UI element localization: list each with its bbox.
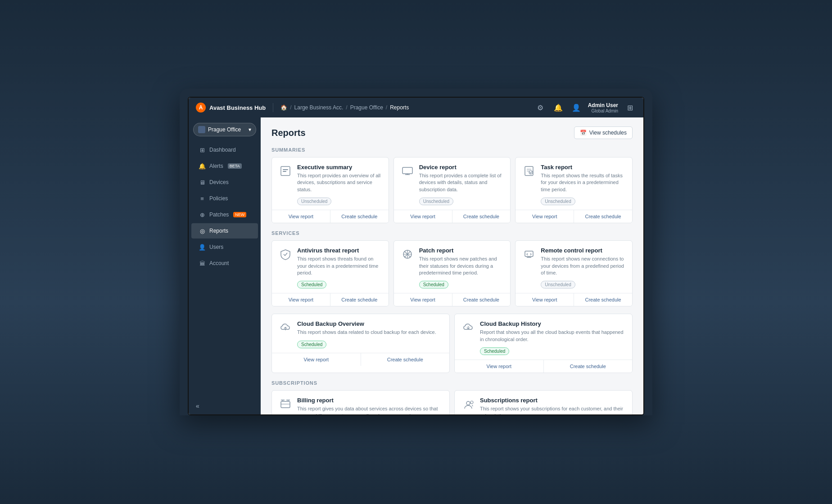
create-schedule-button[interactable]: Create schedule [330,210,389,223]
card-title: Task report [541,164,626,171]
view-schedules-button[interactable]: 📅 View schedules [574,126,633,139]
sidebar-item-label: Policies [209,195,228,202]
create-schedule-button[interactable]: Create schedule [543,360,633,373]
services-grid-row1: Antivirus threat report This report show… [271,240,633,306]
card-title: Billing report [297,397,443,404]
card-desc: Report that shows you all the cloud back… [480,329,626,343]
services-grid-row2: Cloud Backup Overview This report shows … [271,314,633,373]
patch-report-card: Patch report This report shows new patch… [393,240,511,306]
card-desc: This report shows new patches and their … [419,256,504,276]
remote-control-card: Remote control report This report shows … [515,240,633,306]
sidebar-item-label: Dashboard [209,147,236,153]
settings-icon[interactable]: ⚙ [534,101,547,114]
create-schedule-button[interactable]: Create schedule [361,353,450,366]
policies-icon: ≡ [199,195,206,202]
view-report-button[interactable]: View report [515,210,574,223]
executive-summary-icon [278,164,293,178]
antivirus-threat-card: Antivirus threat report This report show… [271,240,389,306]
breadcrumb-current: Reports [390,104,409,111]
user-avatar-icon[interactable]: 👤 [570,101,583,114]
chevron-down-icon: ▾ [249,126,251,133]
create-schedule-button[interactable]: Create schedule [574,210,632,223]
status-badge: Scheduled [419,281,448,288]
svg-rect-20 [281,401,290,408]
card-content: Cloud Backup Overview This report shows … [297,320,443,348]
sidebar-item-devices[interactable]: 🖥 Devices [191,175,258,190]
remote-control-icon [522,247,536,261]
card-content: Remote control report This report shows … [541,247,626,288]
reports-icon: ◎ [199,227,206,234]
topbar-right: ⚙ 🔔 👤 Admin User Global Admin ⊞ [534,101,636,114]
sidebar-item-reports[interactable]: ◎ Reports [191,223,258,238]
sidebar: Prague Office ▾ ⊞ Dashboard 🔔 Alerts BET… [189,117,261,414]
svg-rect-2 [283,171,286,172]
breadcrumb-item-2[interactable]: Prague Office [350,104,383,111]
card-desc: This report gives you data about service… [297,405,443,414]
view-report-button[interactable]: View report [394,210,452,223]
main-layout: Prague Office ▾ ⊞ Dashboard 🔔 Alerts BET… [189,117,643,414]
card-footer: View report Create schedule [272,353,449,366]
sidebar-item-label: Devices [209,179,229,185]
task-report-card: Task report This report shows the result… [515,157,633,223]
view-report-button[interactable]: View report [455,360,543,373]
card-content: Antivirus threat report This report show… [297,247,382,288]
sidebar-item-policies[interactable]: ≡ Policies [191,191,258,206]
page-title: Reports [271,128,306,138]
sidebar-item-alerts[interactable]: 🔔 Alerts BETA [191,158,258,174]
view-report-button[interactable]: View report [515,293,574,306]
status-badge: Unscheduled [541,281,575,288]
card-title: Subscriptions report [480,397,626,404]
view-report-button[interactable]: View report [272,293,330,306]
app-grid-icon[interactable]: ⊞ [624,101,636,114]
view-report-button[interactable]: View report [394,293,452,306]
sidebar-item-label: Reports [209,228,228,234]
create-schedule-button[interactable]: Create schedule [452,293,511,306]
create-schedule-button[interactable]: Create schedule [330,293,389,306]
create-schedule-button[interactable]: Create schedule [452,210,511,223]
topbar-left: A Avast Business Hub 🏠 / Large Business … [196,103,409,112]
home-icon: 🏠 [280,104,287,111]
subscriptions-section-label: SUBSCRIPTIONS [271,380,633,386]
card-desc: This report provides an overview of all … [297,172,382,193]
cloud-backup-overview-icon [278,320,293,335]
cloud-backup-history-card: Cloud Backup History Report that shows y… [454,314,633,373]
account-icon: 🏛 [199,260,206,267]
antivirus-icon [278,247,293,261]
card-desc: This report shows new connections to you… [541,256,626,276]
cloud-backup-history-icon [461,320,475,335]
collapse-sidebar-button[interactable]: « [193,400,202,412]
page-header: Reports 📅 View schedules [271,126,633,139]
user-name: Admin User [588,102,618,108]
view-report-button[interactable]: View report [272,210,330,223]
card-title: Cloud Backup Overview [297,320,443,327]
status-badge: Scheduled [297,281,326,288]
status-badge: Scheduled [297,341,326,348]
card-title: Executive summary [297,164,382,171]
status-badge: Unscheduled [541,198,575,205]
beta-badge: BETA [228,163,242,169]
create-schedule-button[interactable]: Create schedule [574,293,632,306]
card-content: Task report This report shows the result… [541,164,626,205]
breadcrumb-item-1[interactable]: Large Business Acc. [294,104,344,111]
status-badge: Unscheduled [297,198,331,205]
sidebar-item-users[interactable]: 👤 Users [191,239,258,255]
status-badge: Unscheduled [419,198,453,205]
cloud-backup-overview-card: Cloud Backup Overview This report shows … [271,314,450,373]
sidebar-item-account[interactable]: 🏛 Account [191,256,258,271]
card-footer: View report Create schedule [515,293,632,306]
dashboard-icon: ⊞ [199,146,206,153]
workspace-selector[interactable]: Prague Office ▾ [193,123,256,136]
svg-point-27 [470,401,473,404]
sidebar-item-label: Users [209,244,223,250]
notifications-icon[interactable]: 🔔 [552,101,565,114]
sidebar-item-label: Account [209,260,229,266]
card-body: Antivirus threat report This report show… [272,241,389,293]
sidebar-item-patches[interactable]: ⊕ Patches NEW [191,207,258,222]
summaries-section-label: SUMMARIES [271,147,633,153]
sidebar-item-dashboard[interactable]: ⊞ Dashboard [191,142,258,158]
card-body: Billing report This report gives you dat… [272,391,449,414]
view-report-button[interactable]: View report [272,353,361,366]
billing-report-card: Billing report This report gives you dat… [271,390,450,414]
sidebar-bottom: « [189,397,261,414]
new-badge: NEW [233,212,246,217]
